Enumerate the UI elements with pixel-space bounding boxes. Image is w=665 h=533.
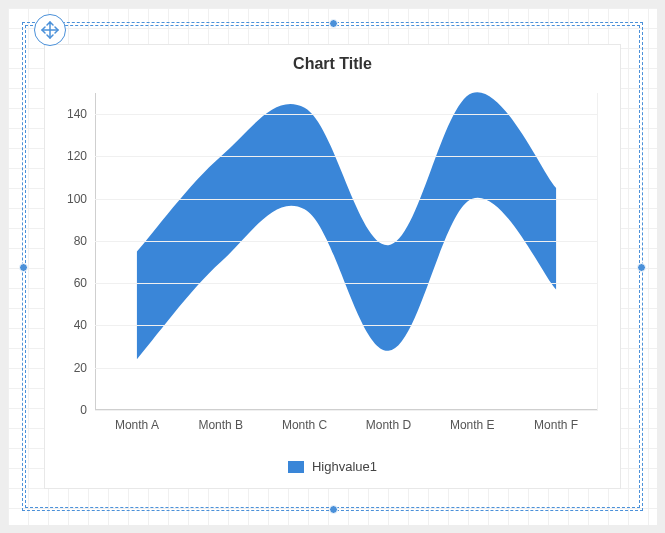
y-gridline: [95, 199, 598, 200]
plot-area: 020406080100120140Month AMonth BMonth CM…: [95, 93, 598, 410]
legend: Highvalue1: [45, 459, 620, 474]
resize-handle-top[interactable]: [329, 19, 338, 28]
x-tick-label: Month B: [198, 418, 243, 432]
y-tick-label: 120: [67, 149, 87, 163]
y-gridline: [95, 410, 598, 411]
legend-swatch: [288, 461, 304, 473]
y-tick-label: 140: [67, 107, 87, 121]
legend-label: Highvalue1: [312, 459, 377, 474]
y-tick-label: 100: [67, 192, 87, 206]
range-area-path: [137, 92, 556, 359]
range-area-series: [95, 93, 598, 410]
y-tick-label: 80: [74, 234, 87, 248]
resize-handle-left[interactable]: [19, 263, 28, 272]
resize-handle-right[interactable]: [637, 263, 646, 272]
y-tick-label: 0: [80, 403, 87, 417]
y-gridline: [95, 283, 598, 284]
y-tick-label: 60: [74, 276, 87, 290]
y-tick-label: 20: [74, 361, 87, 375]
y-gridline: [95, 325, 598, 326]
x-tick-label: Month D: [366, 418, 411, 432]
y-gridline: [95, 368, 598, 369]
y-tick-label: 40: [74, 318, 87, 332]
designer-canvas: Chart Title 020406080100120140Month AMon…: [8, 8, 657, 525]
chart-title: Chart Title: [45, 55, 620, 73]
y-gridline: [95, 114, 598, 115]
chart-container[interactable]: Chart Title 020406080100120140Month AMon…: [44, 44, 621, 489]
y-gridline: [95, 241, 598, 242]
x-tick-label: Month F: [534, 418, 578, 432]
x-tick-label: Month C: [282, 418, 327, 432]
x-tick-label: Month A: [115, 418, 159, 432]
move-handle[interactable]: [34, 14, 66, 46]
y-gridline: [95, 156, 598, 157]
resize-handle-bottom[interactable]: [329, 505, 338, 514]
move-arrows-icon: [40, 20, 60, 40]
x-tick-label: Month E: [450, 418, 495, 432]
